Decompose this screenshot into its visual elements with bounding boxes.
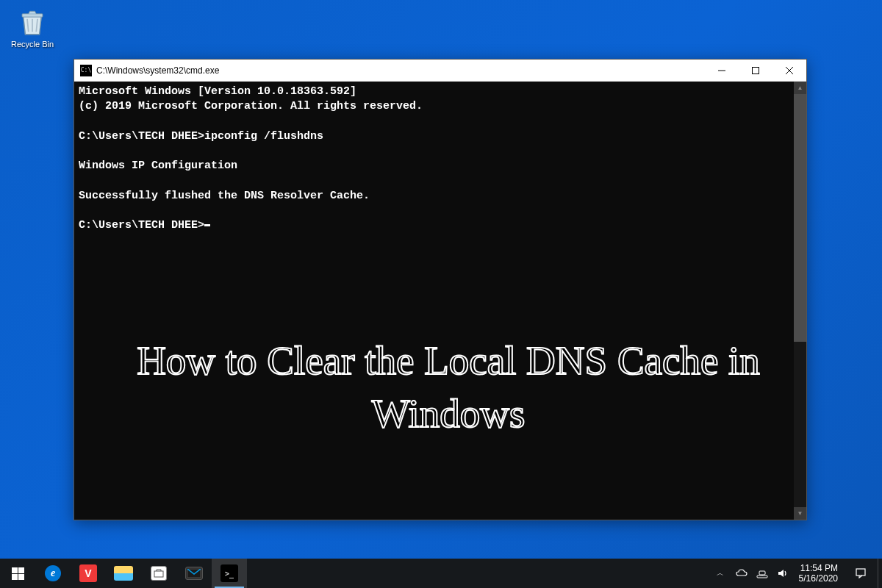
cmd-prompt-line: C:\Users\TECH DHEE>ipconfig /flushdns (79, 129, 789, 144)
taskbar: e V >_ ︿ (0, 559, 882, 588)
vivaldi-icon: V (79, 564, 97, 582)
window-title: C:\Windows\system32\cmd.exe (96, 65, 705, 76)
cmd-title-icon: C:\ (80, 65, 92, 76)
scroll-thumb[interactable] (794, 94, 806, 342)
chevron-up-icon: ︿ (717, 568, 724, 578)
taskbar-left: e V >_ (0, 559, 247, 588)
cursor (204, 224, 210, 226)
show-desktop-button[interactable] (878, 559, 882, 588)
cmd-window: C:\ C:\Windows\system32\cmd.exe Microsof… (74, 59, 807, 520)
windows-icon (12, 567, 24, 580)
cmd-copyright-line: (c) 2019 Microsoft Corporation. All righ… (79, 99, 789, 114)
taskbar-store[interactable] (141, 559, 176, 588)
taskbar-explorer[interactable] (106, 559, 141, 588)
cmd-output[interactable]: Microsoft Windows [Version 10.0.18363.59… (74, 82, 794, 520)
maximize-icon (752, 67, 759, 74)
minimize-button[interactable] (705, 60, 739, 81)
scroll-up-button[interactable]: ▲ (794, 82, 806, 94)
clock-time: 11:54 PM (800, 563, 838, 573)
taskbar-vivaldi[interactable]: V (71, 559, 106, 588)
tray-onedrive[interactable] (731, 559, 752, 588)
tray-overflow-button[interactable]: ︿ (709, 559, 731, 588)
recycle-bin-icon (17, 7, 48, 38)
action-center-button[interactable] (844, 559, 878, 588)
start-button[interactable] (0, 559, 35, 588)
title-bar[interactable]: C:\ C:\Windows\system32\cmd.exe (74, 60, 806, 82)
close-button[interactable] (772, 60, 806, 81)
close-icon (786, 67, 793, 74)
svg-rect-0 (22, 14, 43, 17)
taskbar-edge[interactable]: e (35, 559, 71, 588)
cmd-icon: >_ (220, 564, 238, 582)
notification-icon (855, 567, 867, 579)
scroll-down-button[interactable]: ▼ (794, 507, 806, 520)
cmd-version-line: Microsoft Windows [Version 10.0.18363.59… (79, 85, 789, 99)
mail-icon (185, 567, 203, 580)
taskbar-mail[interactable] (176, 559, 212, 588)
wifi-icon (756, 567, 768, 579)
recycle-bin-label: Recycle Bin (11, 40, 54, 49)
edge-icon: e (45, 565, 61, 581)
scroll-track[interactable] (794, 94, 806, 507)
cmd-body: Microsoft Windows [Version 10.0.18363.59… (74, 82, 806, 520)
svg-rect-10 (856, 569, 865, 576)
tray-volume[interactable] (772, 559, 793, 588)
system-tray: ︿ 11:54 PM 5/16/2020 (709, 559, 882, 588)
svg-rect-8 (759, 571, 765, 575)
store-icon (151, 566, 167, 581)
desktop-icon-recycle-bin[interactable]: Recycle Bin (10, 7, 54, 49)
svg-rect-7 (757, 576, 767, 578)
cmd-heading-line: Windows IP Configuration (79, 159, 789, 173)
folder-icon (114, 566, 133, 581)
cloud-icon (736, 567, 747, 579)
taskbar-clock[interactable]: 11:54 PM 5/16/2020 (793, 563, 844, 584)
speaker-icon (777, 567, 789, 579)
clock-date: 5/16/2020 (799, 573, 838, 584)
minimize-icon (718, 67, 725, 74)
cmd-result-line: Successfully flushed the DNS Resolver Ca… (79, 189, 789, 204)
maximize-button[interactable] (739, 60, 772, 81)
svg-rect-2 (753, 67, 759, 74)
scrollbar[interactable]: ▲ ▼ (794, 82, 806, 520)
cmd-prompt2-line: C:\Users\TECH DHEE> (79, 218, 789, 233)
window-controls (705, 60, 806, 81)
taskbar-cmd[interactable]: >_ (212, 559, 247, 588)
svg-rect-5 (154, 571, 163, 577)
tray-network[interactable] (752, 559, 772, 588)
